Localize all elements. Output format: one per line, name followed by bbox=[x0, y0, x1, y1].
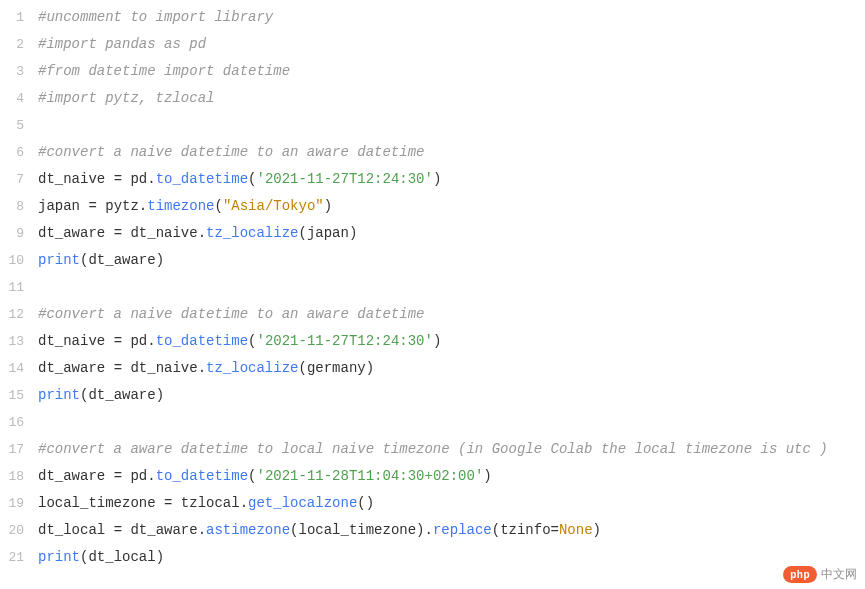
code-token-identifier: tzinfo bbox=[500, 522, 550, 538]
code-token-identifier: local_timezone bbox=[38, 495, 164, 511]
line-number: 15 bbox=[0, 382, 24, 409]
code-line[interactable]: #convert a naive datetime to an aware da… bbox=[38, 301, 865, 328]
line-number: 2 bbox=[0, 31, 24, 58]
code-token-method: get_localzone bbox=[248, 495, 357, 511]
watermark: php 中文网 bbox=[783, 566, 857, 583]
code-line[interactable] bbox=[38, 112, 865, 139]
code-token-operator: . bbox=[198, 360, 206, 376]
code-token-identifier: dt_naive bbox=[38, 333, 114, 349]
code-token-comment: #from datetime import datetime bbox=[38, 63, 290, 79]
code-token-operator: = bbox=[114, 522, 122, 538]
code-token-paren: ) bbox=[593, 522, 601, 538]
code-token-identifier: dt_naive bbox=[38, 171, 114, 187]
watermark-badge: php bbox=[783, 566, 817, 583]
code-token-paren: ( bbox=[298, 225, 306, 241]
code-token-paren: ) bbox=[433, 171, 441, 187]
line-number: 5 bbox=[0, 112, 24, 139]
code-token-comment: #import pytz, tzlocal bbox=[38, 90, 214, 106]
code-token-method: print bbox=[38, 252, 80, 268]
line-number: 14 bbox=[0, 355, 24, 382]
code-token-comment: #convert a naive datetime to an aware da… bbox=[38, 306, 424, 322]
code-token-identifier: dt_aware bbox=[88, 252, 155, 268]
code-token-operator: . bbox=[425, 522, 433, 538]
code-token-identifier: pd bbox=[122, 171, 147, 187]
code-token-method: astimezone bbox=[206, 522, 290, 538]
line-number-gutter: 123456789101112131415161718192021 bbox=[0, 4, 38, 571]
code-token-method: replace bbox=[433, 522, 492, 538]
code-token-operator: . bbox=[198, 522, 206, 538]
code-token-string2: "Asia/Tokyo" bbox=[223, 198, 324, 214]
code-token-identifier: dt_aware bbox=[122, 522, 198, 538]
code-token-paren: ) bbox=[324, 198, 332, 214]
code-line[interactable]: #import pandas as pd bbox=[38, 31, 865, 58]
code-token-operator: . bbox=[240, 495, 248, 511]
line-number: 18 bbox=[0, 463, 24, 490]
code-token-paren: ( bbox=[298, 360, 306, 376]
code-token-comment: #convert a naive datetime to an aware da… bbox=[38, 144, 424, 160]
code-token-identifier: pd bbox=[122, 333, 147, 349]
code-token-method: to_datetime bbox=[156, 171, 248, 187]
code-token-string: '2021-11-27T12:24:30' bbox=[256, 171, 432, 187]
code-token-operator: = bbox=[88, 198, 96, 214]
line-number: 3 bbox=[0, 58, 24, 85]
code-line[interactable]: local_timezone = tzlocal.get_localzone() bbox=[38, 490, 865, 517]
code-line[interactable]: #convert a naive datetime to an aware da… bbox=[38, 139, 865, 166]
code-token-string: '2021-11-28T11:04:30+02:00' bbox=[256, 468, 483, 484]
code-token-operator: = bbox=[114, 225, 122, 241]
code-token-operator: = bbox=[114, 333, 122, 349]
code-token-operator: . bbox=[147, 171, 155, 187]
line-number: 11 bbox=[0, 274, 24, 301]
code-token-operator: = bbox=[114, 468, 122, 484]
code-line[interactable]: dt_naive = pd.to_datetime('2021-11-27T12… bbox=[38, 166, 865, 193]
code-token-identifier: japan bbox=[38, 198, 88, 214]
code-token-operator: . bbox=[198, 225, 206, 241]
code-line[interactable]: dt_naive = pd.to_datetime('2021-11-27T12… bbox=[38, 328, 865, 355]
code-token-identifier: germany bbox=[307, 360, 366, 376]
code-token-identifier: dt_aware bbox=[38, 468, 114, 484]
line-number: 12 bbox=[0, 301, 24, 328]
code-line[interactable]: #from datetime import datetime bbox=[38, 58, 865, 85]
code-token-paren: ( bbox=[492, 522, 500, 538]
code-token-method: tz_localize bbox=[206, 360, 298, 376]
code-token-paren: ( bbox=[214, 198, 222, 214]
line-number: 16 bbox=[0, 409, 24, 436]
code-line[interactable]: #convert a aware datetime to local naive… bbox=[38, 436, 865, 463]
code-token-method: print bbox=[38, 549, 80, 565]
code-content[interactable]: #uncomment to import library#import pand… bbox=[38, 4, 865, 571]
code-line[interactable]: japan = pytz.timezone("Asia/Tokyo") bbox=[38, 193, 865, 220]
code-editor: 123456789101112131415161718192021 #uncom… bbox=[0, 0, 865, 575]
line-number: 21 bbox=[0, 544, 24, 571]
code-line[interactable]: #import pytz, tzlocal bbox=[38, 85, 865, 112]
code-token-paren: ) bbox=[366, 360, 374, 376]
code-token-identifier: pd bbox=[122, 468, 147, 484]
code-line[interactable] bbox=[38, 274, 865, 301]
line-number: 4 bbox=[0, 85, 24, 112]
code-token-paren: ) bbox=[156, 549, 164, 565]
code-line[interactable] bbox=[38, 409, 865, 436]
code-token-paren: ) bbox=[349, 225, 357, 241]
code-token-paren: ( bbox=[357, 495, 365, 511]
code-line[interactable]: print(dt_aware) bbox=[38, 382, 865, 409]
code-line[interactable]: dt_aware = dt_naive.tz_localize(japan) bbox=[38, 220, 865, 247]
code-token-identifier: japan bbox=[307, 225, 349, 241]
code-token-paren: ) bbox=[366, 495, 374, 511]
code-line[interactable]: print(dt_local) bbox=[38, 544, 865, 571]
code-line[interactable]: dt_aware = dt_naive.tz_localize(germany) bbox=[38, 355, 865, 382]
code-token-paren: ) bbox=[433, 333, 441, 349]
code-token-none: None bbox=[559, 522, 593, 538]
line-number: 8 bbox=[0, 193, 24, 220]
code-token-operator: . bbox=[139, 198, 147, 214]
code-token-identifier: dt_aware bbox=[38, 360, 114, 376]
code-line[interactable]: dt_local = dt_aware.astimezone(local_tim… bbox=[38, 517, 865, 544]
code-token-identifier: local_timezone bbox=[298, 522, 416, 538]
code-line[interactable]: print(dt_aware) bbox=[38, 247, 865, 274]
code-line[interactable]: dt_aware = pd.to_datetime('2021-11-28T11… bbox=[38, 463, 865, 490]
code-line[interactable]: #uncomment to import library bbox=[38, 4, 865, 31]
code-token-identifier: pytz bbox=[97, 198, 139, 214]
code-token-paren: ) bbox=[156, 252, 164, 268]
line-number: 10 bbox=[0, 247, 24, 274]
code-token-operator: = bbox=[114, 360, 122, 376]
line-number: 17 bbox=[0, 436, 24, 463]
watermark-text: 中文网 bbox=[821, 566, 857, 583]
code-token-operator: . bbox=[147, 468, 155, 484]
